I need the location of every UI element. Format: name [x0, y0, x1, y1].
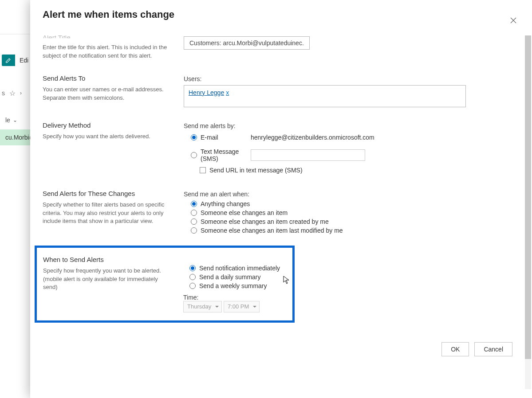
- send-url-checkbox[interactable]: [200, 167, 206, 173]
- dialog-header: Alert me when items change: [30, 0, 532, 25]
- email-radio-label: E-mail: [201, 134, 218, 141]
- section-heading-changes: Send Alerts for These Changes: [43, 190, 177, 197]
- alert-dialog: Alert me when items change Alert Title E…: [30, 0, 532, 398]
- close-icon: [510, 17, 516, 23]
- sms-radio-label: Text Message (SMS): [201, 148, 251, 162]
- column-left-fragment: le: [5, 117, 10, 124]
- pencil-icon: [5, 57, 12, 63]
- changes-legend: Send me an alert when:: [184, 191, 520, 198]
- users-label: Users:: [184, 75, 520, 82]
- when-daily-label: Send a daily summary: [199, 273, 261, 281]
- users-input[interactable]: Henry Legge x: [184, 85, 466, 107]
- background-breadcrumb: s ☆ ›: [0, 86, 22, 100]
- dialog-title: Alert me when items change: [43, 9, 520, 20]
- chevron-down-icon[interactable]: ⌄: [13, 117, 17, 123]
- when-immediate-label: Send notification immediately: [199, 265, 280, 272]
- section-heading-when: When to Send Alerts: [43, 256, 167, 263]
- section-heading-alert-title: Alert Title: [43, 35, 177, 38]
- change-opt-else-label: Someone else changes an item: [201, 209, 288, 216]
- edit-button-label: Edi: [20, 57, 28, 64]
- alert-title-input[interactable]: Customers: arcu.Morbi@vulputateduinec.: [184, 36, 310, 50]
- change-opt-created-radio[interactable]: [191, 219, 197, 225]
- change-opt-anything-label: Anything changes: [201, 200, 250, 207]
- email-address-value: henrylegge@citizenbuilders.onmicrosoft.c…: [251, 134, 520, 141]
- send-url-label: Send URL in text message (SMS): [209, 167, 303, 174]
- when-daily-radio[interactable]: [189, 274, 196, 280]
- section-heading-delivery: Delivery Method: [43, 121, 177, 129]
- sms-radio[interactable]: [191, 152, 197, 158]
- section-desc-delivery: Specify how you want the alerts delivere…: [43, 133, 177, 141]
- section-desc-changes: Specify whether to filter alerts based o…: [43, 201, 177, 226]
- ok-button[interactable]: OK: [441, 342, 469, 356]
- section-heading-send-to: Send Alerts To: [43, 74, 177, 82]
- time-label: Time:: [183, 294, 198, 301]
- change-opt-modified-radio[interactable]: [191, 227, 197, 234]
- dialog-body: Alert Title Enter the title for this ale…: [30, 35, 527, 389]
- sms-number-input[interactable]: [251, 149, 365, 161]
- chevron-right-icon: ›: [20, 90, 22, 96]
- change-opt-created-label: Someone else changes an item created by …: [201, 218, 329, 225]
- section-desc-send-to: You can enter user names or e-mail addre…: [43, 86, 177, 102]
- email-radio[interactable]: [191, 134, 197, 140]
- star-icon[interactable]: ☆: [9, 89, 16, 98]
- day-select[interactable]: Thursday: [183, 301, 222, 312]
- edit-button[interactable]: [2, 55, 15, 66]
- change-opt-modified-label: Someone else changes an item last modifi…: [201, 227, 343, 234]
- section-desc-alert-title: Enter the title for this alert. This is …: [43, 43, 177, 60]
- user-chip-name: Henry Legge: [189, 89, 224, 96]
- close-button[interactable]: [506, 13, 520, 27]
- section-desc-when: Specify how frequently you want to be al…: [43, 267, 167, 292]
- cancel-button[interactable]: Cancel: [474, 342, 512, 356]
- change-opt-anything-radio[interactable]: [191, 201, 197, 207]
- when-immediate-radio[interactable]: [189, 265, 196, 271]
- user-chip[interactable]: Henry Legge x: [189, 89, 229, 96]
- dialog-footer: OK Cancel: [441, 342, 512, 356]
- when-weekly-label: Send a weekly summary: [199, 282, 267, 289]
- change-opt-else-radio[interactable]: [191, 210, 197, 216]
- remove-user-icon[interactable]: x: [226, 89, 229, 96]
- hour-select[interactable]: 7:00 PM: [224, 301, 260, 312]
- when-weekly-radio[interactable]: [189, 283, 196, 289]
- send-by-label: Send me alerts by:: [184, 122, 520, 129]
- breadcrumb-fragment: s: [2, 90, 5, 97]
- highlight-box: When to Send Alerts Specify how frequent…: [35, 246, 295, 323]
